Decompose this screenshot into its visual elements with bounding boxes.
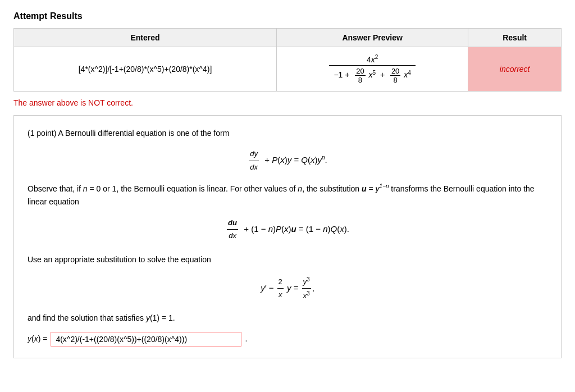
problem-intro: (1 point) A Bernoulli differential equat… [28, 127, 547, 140]
entered-value: [4*(x^2)]/[-1+(20/8)*(x^5)+(20/8)*(x^4)] [14, 47, 277, 92]
find-solution-text: and find the solution that satisfies y(1… [28, 312, 547, 325]
answer-label: y(x) = [28, 332, 47, 346]
result-cell: incorrect [468, 47, 562, 92]
answer-row: y(x) = . [28, 332, 547, 347]
point-label: (1 point) [28, 129, 56, 138]
ode-equation: y′ − 2 x y = y3 x3 , [28, 275, 547, 303]
answer-input[interactable] [51, 332, 241, 347]
page-title: Attempt Results [13, 11, 562, 21]
answer-suffix: . [245, 332, 247, 346]
linear-equation: du dx + (1 − n)P(x)u = (1 − n)Q(x). [28, 217, 547, 242]
answer-preview: 4x2 −1 + 20 8 x5 + 20 8 [277, 47, 468, 92]
not-correct-message: The answer above is NOT correct. [13, 98, 562, 107]
header-result: Result [468, 29, 562, 47]
observe-paragraph: Observe that, if n = 0 or 1, the Bernoul… [28, 181, 547, 209]
problem-box: (1 point) A Bernoulli differential equat… [13, 115, 562, 358]
attempt-results-table: Entered Answer Preview Result [4*(x^2)]/… [13, 28, 562, 92]
header-entered: Entered [14, 29, 277, 47]
use-substitution-text: Use an appropriate substitution to solve… [28, 253, 547, 267]
bernoulli-equation: dy dx + P(x)y = Q(x)yn. [28, 148, 547, 173]
header-preview: Answer Preview [277, 29, 468, 47]
